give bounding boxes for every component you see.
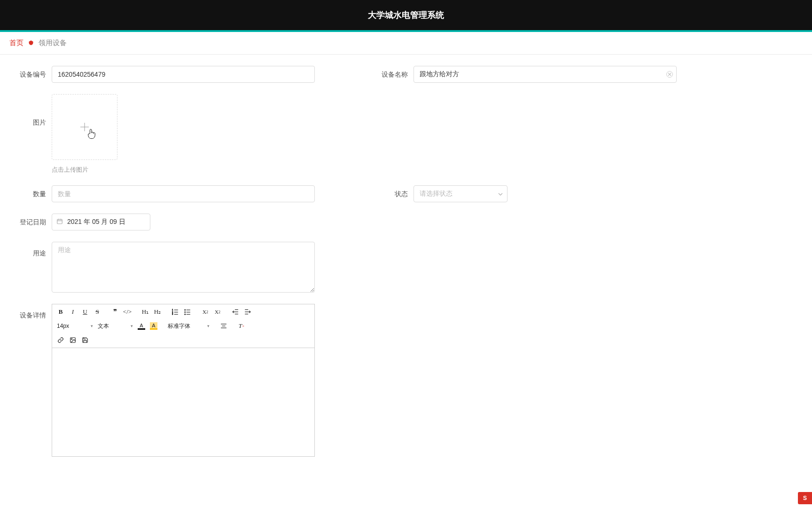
form-container: 设备编号 设备名称 图片 点击上传图片 xyxy=(0,55,812,479)
clear-icon[interactable] xyxy=(666,71,673,78)
h1-icon[interactable]: H₁ xyxy=(140,306,151,318)
svg-point-16 xyxy=(185,312,186,313)
font-size-select[interactable]: 14px▾ xyxy=(55,322,95,330)
app-title: 大学城水电管理系统 xyxy=(368,9,444,21)
paragraph-style-select[interactable]: 文本▾ xyxy=(96,321,135,331)
bg-color-icon[interactable]: A xyxy=(148,320,159,332)
breadcrumb-separator-icon xyxy=(28,39,34,47)
superscript-icon[interactable]: X2 xyxy=(212,306,223,318)
h2-icon[interactable]: H₂ xyxy=(152,306,163,318)
purpose-label: 用途 xyxy=(9,242,52,262)
font-family-select[interactable]: 标准字体▾ xyxy=(166,321,211,331)
app-header: 大学城水电管理系统 xyxy=(0,0,812,30)
image-label: 图片 xyxy=(9,89,52,155)
rich-text-editor: B I U S ❞ </> H₁ H₂ 123 X2 X2 xyxy=(52,304,315,457)
reg-date-label: 登记日期 xyxy=(9,214,52,230)
svg-text:3: 3 xyxy=(172,313,173,315)
align-icon[interactable] xyxy=(218,320,229,332)
svg-point-30 xyxy=(71,339,72,340)
breadcrumb-current: 领用设备 xyxy=(39,39,67,48)
clear-format-icon[interactable]: T× xyxy=(236,320,247,332)
plus-icon xyxy=(79,121,90,133)
quantity-input[interactable] xyxy=(52,185,315,202)
reg-date-picker[interactable]: 2021 年 05 月 09 日 xyxy=(52,214,150,230)
quantity-label: 数量 xyxy=(9,185,52,202)
device-id-label: 设备编号 xyxy=(9,66,52,83)
upload-hint-text: 点击上传图片 xyxy=(52,166,117,174)
calendar-icon xyxy=(56,218,63,226)
breadcrumb: 首页 领用设备 xyxy=(0,32,812,55)
device-name-input[interactable] xyxy=(414,66,677,83)
quote-icon[interactable]: ❞ xyxy=(109,306,121,318)
editor-toolbar: B I U S ❞ </> H₁ H₂ 123 X2 X2 xyxy=(52,304,314,348)
strikethrough-icon[interactable]: S xyxy=(92,306,103,318)
image-icon[interactable] xyxy=(67,334,78,346)
svg-rect-4 xyxy=(57,219,62,223)
code-icon[interactable]: </> xyxy=(122,306,133,318)
font-color-icon[interactable]: A xyxy=(136,320,147,332)
status-select[interactable]: 请选择状态 xyxy=(414,185,508,202)
indent-icon[interactable] xyxy=(242,306,253,318)
svg-point-18 xyxy=(185,314,186,315)
purpose-textarea[interactable] xyxy=(52,242,315,293)
status-label: 状态 xyxy=(371,185,414,202)
reg-date-value: 2021 年 05 月 09 日 xyxy=(67,218,125,226)
svg-point-14 xyxy=(185,310,186,310)
device-name-label: 设备名称 xyxy=(371,66,414,83)
italic-icon[interactable]: I xyxy=(67,306,78,318)
bold-icon[interactable]: B xyxy=(55,306,66,318)
save-icon[interactable] xyxy=(79,334,91,346)
subscript-icon[interactable]: X2 xyxy=(200,306,211,318)
breadcrumb-home-link[interactable]: 首页 xyxy=(9,39,23,48)
editor-content-area[interactable] xyxy=(52,348,314,456)
ordered-list-icon[interactable]: 123 xyxy=(170,306,181,318)
link-icon[interactable] xyxy=(55,334,66,346)
device-id-input[interactable] xyxy=(52,66,315,83)
image-upload-box[interactable] xyxy=(52,94,117,160)
unordered-list-icon[interactable] xyxy=(182,306,193,318)
outdent-icon[interactable] xyxy=(230,306,241,318)
status-placeholder: 请选择状态 xyxy=(420,190,453,198)
underline-icon[interactable]: U xyxy=(79,306,91,318)
detail-label: 设备详情 xyxy=(9,304,52,324)
